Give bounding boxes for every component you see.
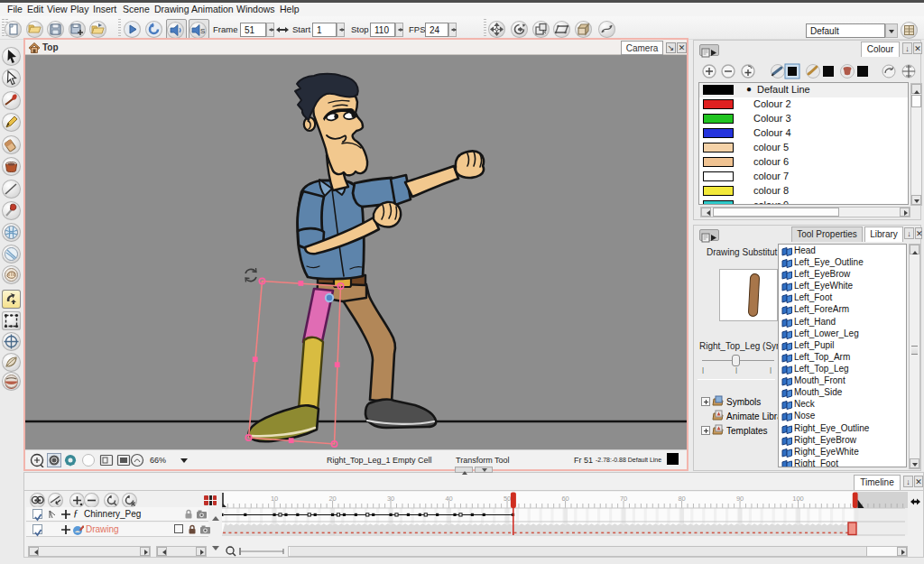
- svg-text:10: 10: [271, 495, 278, 503]
- svg-text:90: 90: [736, 495, 744, 503]
- svg-text:100: 100: [792, 495, 804, 503]
- svg-text:70: 70: [620, 495, 627, 503]
- svg-text:20: 20: [328, 495, 336, 503]
- svg-text:80: 80: [678, 495, 685, 503]
- svg-text:S: S: [200, 27, 205, 35]
- svg-text:50: 50: [504, 495, 511, 503]
- svg-text:30: 30: [387, 495, 394, 503]
- svg-text:60: 60: [561, 495, 568, 503]
- svg-text:40: 40: [445, 495, 452, 503]
